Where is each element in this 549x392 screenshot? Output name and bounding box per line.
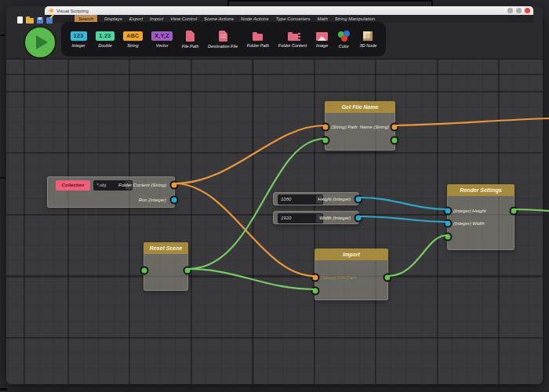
node-width-value[interactable]: 1920 Width (Integer) (273, 211, 359, 224)
port-out-flow[interactable] (184, 267, 192, 275)
guide-mark-left-2 (0, 177, 5, 179)
toolbar-item-integer[interactable]: 123 Integer (71, 31, 87, 48)
image-icon (316, 32, 328, 41)
toolbar-item-color[interactable]: Color (337, 31, 351, 49)
file-icon (186, 31, 195, 42)
save-icon[interactable] (37, 17, 43, 24)
node-reset-scene[interactable]: Reset Scene (144, 242, 188, 291)
cube-icon (363, 31, 373, 41)
port-out-flow[interactable] (510, 207, 518, 216)
toolbar-item-folder-path[interactable]: Folder Path (247, 31, 269, 48)
port-label-name-string: Name (String) (360, 125, 389, 129)
port-label-width-integer: Width (Integer) (319, 216, 351, 220)
port-in-height[interactable] (444, 207, 453, 216)
toolbar-item-double[interactable]: 1.23 Double (96, 31, 114, 48)
open-folder-icon[interactable] (26, 18, 34, 24)
toolbar-label: String (127, 43, 138, 48)
toolbar-item-folder-content[interactable]: Folder Content (278, 31, 307, 48)
play-icon (36, 35, 48, 49)
toolbar-label: Integer (72, 43, 85, 48)
node-title[interactable]: Reset Scene (144, 242, 188, 254)
toolbar-label: Vector (156, 43, 169, 48)
node-title[interactable]: Get File Name (325, 101, 395, 113)
window-title: Visual Scripting (56, 7, 89, 14)
destination-file-icon (219, 31, 227, 42)
integer-badge-icon: 123 (71, 31, 87, 41)
app-window: Visual Scripting Search Displays Export … (6, 6, 543, 384)
string-badge-icon: ABC (123, 31, 142, 41)
guide-mark-left-1 (0, 34, 5, 36)
new-file-icon[interactable] (17, 16, 23, 24)
vector-badge-icon: X,Y,Z (151, 31, 173, 41)
node-import[interactable]: Import (String) File Path (314, 249, 388, 300)
folder-icon (253, 34, 263, 41)
node-render-settings[interactable]: Render Settings (Integer) Height (Intege… (447, 184, 514, 250)
toolbar-item-string[interactable]: ABC String (123, 31, 142, 48)
port-in-flow[interactable] (140, 267, 149, 275)
port-label-integer-height: (Integer) Height (453, 209, 486, 213)
close-dot[interactable] (525, 8, 530, 13)
port-in-flow[interactable] (311, 287, 320, 296)
height-value-input[interactable]: 1080 (278, 194, 323, 205)
app-logo-icon (49, 8, 54, 13)
port-out-run[interactable] (170, 196, 179, 205)
node-graph-canvas[interactable]: Collection *.obj Folder Content (String)… (6, 59, 543, 384)
toolbar-label: Double (98, 43, 111, 48)
toolbar-label: Folder Path (247, 43, 269, 48)
folder-content-icon (288, 34, 298, 41)
node-get-file-name[interactable]: Get File Name (String) Path Name (String… (325, 101, 395, 151)
node-title[interactable]: Render Settings (447, 184, 514, 196)
toolbar-item-image[interactable]: Image (316, 31, 328, 48)
guide-mark-top (227, 0, 433, 6)
width-value-input[interactable]: 1920 (278, 213, 323, 223)
toolbar-label: File Path (182, 44, 199, 49)
toolbar-label: 3D Node (360, 43, 377, 48)
port-out-height[interactable] (354, 195, 363, 204)
port-in-width[interactable] (444, 220, 453, 228)
double-badge-icon: 1.23 (96, 31, 114, 41)
port-out-name[interactable] (391, 123, 399, 132)
maximize-dot[interactable] (516, 8, 522, 13)
toolbar-label: Folder Content (278, 43, 307, 48)
minimize-dot[interactable] (507, 8, 513, 13)
port-in-flow[interactable] (444, 233, 453, 241)
collection-button[interactable]: Collection (56, 180, 90, 191)
visual-scripting-app: Visual Scripting Search Displays Export … (0, 0, 549, 392)
toolbar-label: Color (339, 44, 349, 49)
save-as-icon[interactable] (46, 17, 53, 24)
node-height-value[interactable]: 1080 Height (Integer) (273, 192, 359, 205)
port-in-path[interactable] (322, 123, 330, 132)
color-icon (337, 31, 351, 42)
node-collection[interactable]: Collection *.obj Folder Content (String)… (47, 176, 175, 208)
port-in-flow[interactable] (322, 136, 330, 145)
toolbar-label: Image (316, 43, 328, 48)
toolbar-item-destination-file[interactable]: Destination File (208, 31, 238, 49)
run-play-button[interactable] (24, 26, 56, 59)
port-label-string-path: (String) Path (331, 125, 358, 129)
toolbar-item-file-path[interactable]: File Path (182, 31, 199, 49)
port-out-width[interactable] (354, 214, 363, 223)
port-label-height-integer: Height (Integer) (318, 197, 351, 201)
toolbar-item-3d-node[interactable]: 3D Node (360, 31, 377, 48)
port-in-file-path[interactable] (311, 274, 320, 282)
node-type-toolbar: 123 Integer 1.23 Double ABC String X,Y,Z… (61, 22, 386, 56)
port-label-folder-content: Folder Content (String) (118, 183, 166, 187)
port-label-string-file-path: (String) File Path (321, 275, 356, 280)
toolbar-label: Destination File (208, 44, 238, 49)
titlebar: Visual Scripting (45, 6, 533, 15)
port-label-integer-width: (Integer) Width (453, 221, 485, 226)
node-title[interactable]: Import (314, 249, 388, 260)
port-out-folder-content[interactable] (170, 181, 179, 190)
port-out-flow[interactable] (384, 274, 392, 282)
port-label-run: Run (Integer) (139, 198, 166, 202)
guide-mark-bottom (0, 388, 7, 390)
toolbar-item-vector[interactable]: X,Y,Z Vector (151, 31, 173, 48)
port-out-flow[interactable] (391, 136, 399, 145)
